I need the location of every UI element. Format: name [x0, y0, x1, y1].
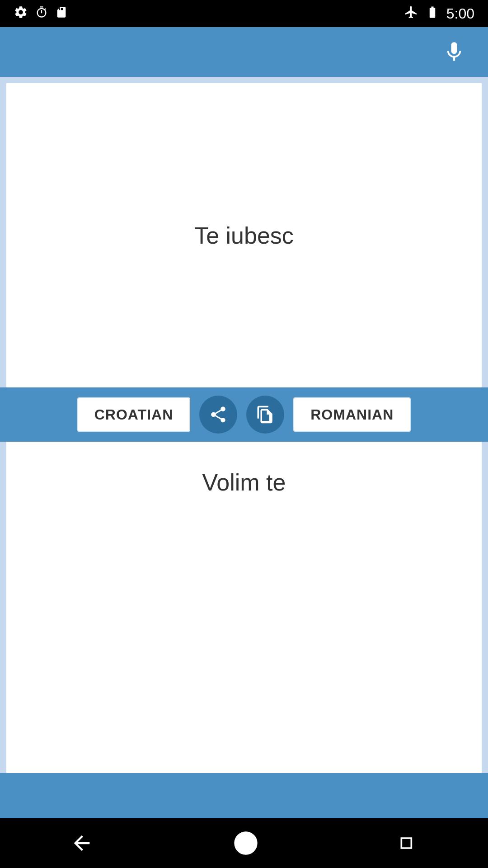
nav-bar: [0, 818, 488, 868]
status-bar: 5:00: [0, 0, 488, 27]
language-bar: CROATIAN ROMANIAN: [0, 387, 488, 442]
svg-point-0: [235, 833, 257, 854]
source-panel[interactable]: Te iubesc: [6, 83, 482, 387]
source-language-button[interactable]: CROATIAN: [77, 397, 191, 432]
status-time: 5:00: [446, 5, 474, 22]
airplane-icon: [404, 5, 418, 23]
main-content: Te iubesc CROATIAN ROMANIAN Volim te: [0, 77, 488, 818]
settings-icon: [14, 5, 28, 23]
recents-button[interactable]: [398, 833, 418, 853]
microphone-button[interactable]: [438, 36, 470, 68]
back-button[interactable]: [70, 831, 94, 855]
timer-icon: [35, 6, 48, 22]
translation-text: Volim te: [184, 469, 304, 496]
home-button[interactable]: [233, 830, 258, 856]
bottom-blue-bar: [0, 773, 488, 818]
status-left-icons: [14, 5, 68, 23]
target-language-button[interactable]: ROMANIAN: [293, 397, 411, 432]
app-toolbar: [0, 27, 488, 77]
battery-icon: [426, 5, 439, 22]
source-text: Te iubesc: [176, 204, 312, 267]
translation-panel[interactable]: Volim te: [6, 442, 482, 773]
copy-button[interactable]: [246, 396, 284, 434]
status-right-icons: 5:00: [404, 5, 474, 23]
sd-card-icon: [55, 6, 68, 22]
share-button[interactable]: [199, 396, 237, 434]
